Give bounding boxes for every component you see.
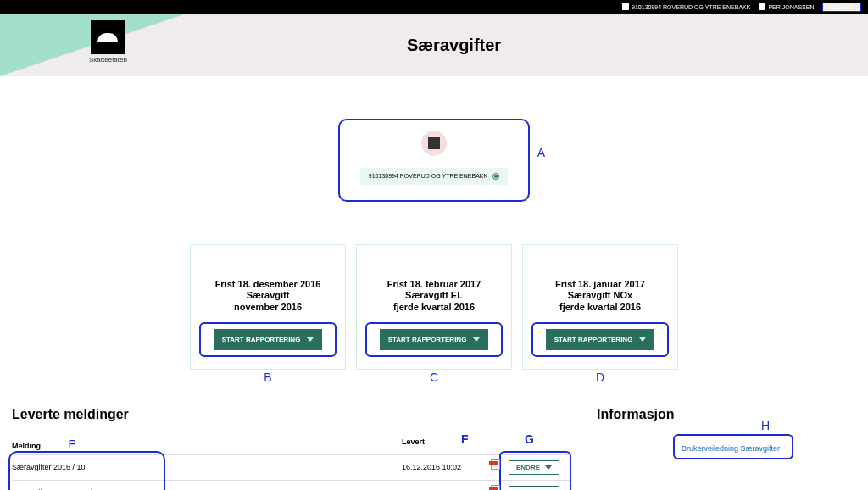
report-card: Frist 18. februar 2017 Særavgift EL fjer… [356, 244, 512, 370]
callout-d: D [596, 370, 604, 384]
col-levert-label: Levert [402, 437, 425, 446]
report-card-title: Frist 18. januar 2017 Særavgift NOx fjer… [531, 279, 669, 314]
card-line2: Særavgift EL [405, 290, 463, 300]
building-icon [622, 3, 629, 10]
entity-icon-circle [421, 131, 447, 156]
rows-wrap: Særavgifter 2016 / 10 16.12.2016 10:02 E… [12, 454, 571, 490]
chevron-down-icon [639, 337, 646, 342]
start-reporting-button[interactable]: START RAPPORTERING [214, 329, 323, 350]
button-highlight: START RAPPORTERING [531, 322, 669, 357]
chevron-down-icon [307, 337, 314, 342]
radio-selected-icon [492, 173, 499, 180]
topbar: 910130994 ROVERUD OG YTRE ENEBAKK PER JO… [0, 0, 868, 14]
start-reporting-button[interactable]: START RAPPORTERING [380, 329, 489, 350]
delivered-messages: Leverte meldinger Melding E Levert F G S… [12, 407, 571, 490]
card-line1: Frist 18. februar 2017 [387, 279, 481, 289]
information-panel: Informasjon H Brukerveiledning Særavgift… [597, 407, 860, 490]
start-button-label: START RAPPORTERING [222, 336, 301, 343]
hero: Skatteetaten Særavgifter [0, 14, 868, 76]
start-button-label: START RAPPORTERING [388, 336, 467, 343]
report-card-title: Frist 18. desember 2016 Særavgift novemb… [199, 279, 337, 314]
callout-h: H [761, 419, 770, 432]
skatteetaten-logo-icon [91, 20, 125, 54]
start-button-label: START RAPPORTERING [554, 336, 633, 343]
lower-section: Leverte meldinger Melding E Levert F G S… [12, 407, 860, 490]
info-link-highlight: H Brukerveiledning Særavgifter [673, 434, 793, 459]
card-line3: fjerde kvartal 2016 [393, 302, 475, 312]
user-icon [759, 3, 765, 10]
logo-block: Skatteetaten [89, 20, 127, 64]
logout-button[interactable]: LOGG UT [822, 3, 861, 12]
col-melding-label: Melding [12, 442, 41, 450]
callout-c: C [430, 370, 438, 384]
col-actions-header: G [482, 437, 571, 451]
col-levert-header: Levert F [402, 437, 482, 451]
building-icon [428, 137, 440, 149]
entity-selector[interactable]: 910130994 ROVERUD OG YTRE ENEBAKK [360, 168, 508, 185]
cell-actions: ENDRE [482, 485, 571, 490]
start-reporting-button[interactable]: START RAPPORTERING [546, 329, 655, 350]
card-line3: fjerde kvartal 2016 [559, 302, 641, 312]
callout-a: A [537, 146, 545, 159]
card-line2: Særavgift NOx [568, 290, 632, 300]
pdf-icon[interactable] [491, 459, 500, 470]
page-title: Særavgifter [407, 36, 501, 55]
edit-label: ENDRE [516, 464, 540, 471]
callout-g: G [525, 432, 534, 446]
reporting-cards-row: Frist 18. desember 2016 Særavgift novemb… [0, 244, 868, 370]
entity-area: 910130994 ROVERUD OG YTRE ENEBAKK A [0, 119, 868, 202]
report-card: Frist 18. desember 2016 Særavgift novemb… [190, 244, 346, 370]
callout-f: F [461, 432, 469, 446]
topbar-user: PER JONASSEN [759, 3, 814, 10]
topbar-org: 910130994 ROVERUD OG YTRE ENEBAKK [622, 3, 750, 10]
report-card: Frist 18. januar 2017 Særavgift NOx fjer… [522, 244, 678, 370]
topbar-org-label: 910130994 ROVERUD OG YTRE ENEBAKK [632, 4, 750, 10]
entity-label: 910130994 ROVERUD OG YTRE ENEBAKK [369, 173, 487, 179]
chevron-down-icon [545, 465, 552, 470]
card-line2: Særavgift [247, 290, 290, 300]
topbar-user-label: PER JONASSEN [768, 4, 814, 10]
table-header: Melding E Levert F G [12, 434, 571, 454]
card-line1: Frist 18. desember 2016 [215, 279, 321, 289]
pdf-icon[interactable] [491, 485, 500, 490]
cell-actions: ENDRE [482, 459, 571, 475]
brand-name: Skatteetaten [89, 56, 127, 64]
delivered-heading: Leverte meldinger [12, 407, 571, 422]
table-row: Særavgifter NOx 2016 / 07 - 09 16.12.201… [12, 480, 571, 490]
cell-levert: 16.12.2016 10:02 [402, 463, 482, 471]
button-highlight: START RAPPORTERING [199, 322, 337, 357]
col-melding-header: Melding E [12, 437, 402, 451]
table-row: Særavgifter 2016 / 10 16.12.2016 10:02 E… [12, 454, 571, 480]
edit-button[interactable]: ENDRE [509, 486, 559, 490]
card-line3: november 2016 [234, 302, 302, 312]
callout-b: B [264, 370, 271, 384]
chevron-down-icon [473, 337, 480, 342]
report-card-title: Frist 18. februar 2017 Særavgift EL fjer… [365, 279, 503, 314]
button-highlight: START RAPPORTERING [365, 322, 503, 357]
cell-melding: Særavgifter 2016 / 10 [12, 463, 402, 471]
callout-e: E [69, 437, 76, 451]
entity-card: 910130994 ROVERUD OG YTRE ENEBAKK A [338, 119, 530, 202]
info-heading: Informasjon [597, 407, 860, 422]
card-line1: Frist 18. januar 2017 [555, 279, 645, 289]
edit-button[interactable]: ENDRE [509, 460, 559, 475]
user-guide-link[interactable]: Brukerveiledning Særavgifter [682, 444, 780, 453]
